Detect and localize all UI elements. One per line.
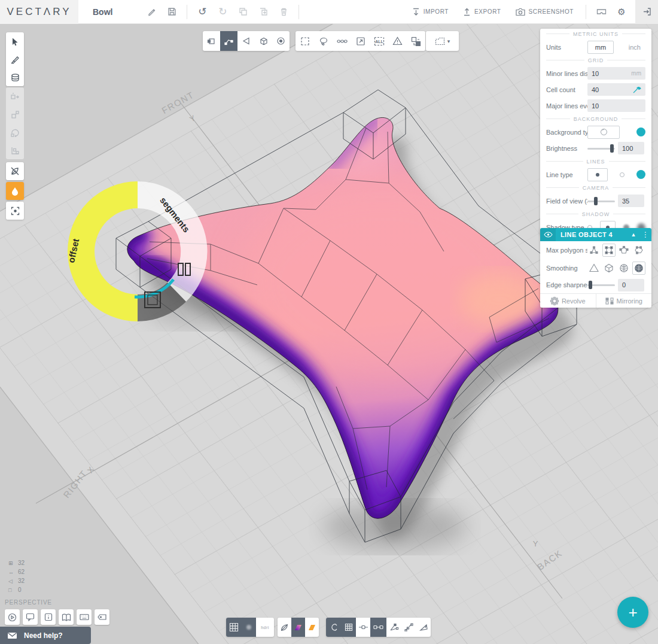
save-icon[interactable] [162,0,182,24]
edge-mode-button[interactable] [220,31,237,51]
snap-increment-button[interactable] [401,618,416,637]
line-type-dot-button[interactable] [587,168,608,181]
vertex-count: ⊞32 [8,558,25,567]
svg-text:ALL: ALL [375,40,383,44]
scene-browser-button[interactable]: ▾ [426,31,459,51]
vr-view-icon[interactable] [591,0,611,24]
collapse-icon[interactable]: ▲ [627,232,639,238]
perspective-label[interactable]: PERSPECTIVE [5,599,52,606]
y-axis-label-bottom: Y [533,539,538,548]
smoothing-low-button[interactable] [602,262,616,275]
visibility-eye-icon[interactable] [540,228,556,241]
snap-grid-button[interactable] [341,618,356,637]
copy-button[interactable] [233,0,253,24]
smoothing-medium-button[interactable] [617,262,630,275]
material-off-button[interactable] [6,162,24,180]
units-mm-button[interactable]: mm [587,41,614,54]
matcap-mode-button[interactable] [305,618,319,637]
soft-shadow-toggle-button[interactable] [241,618,256,637]
paste-button[interactable] [253,0,273,24]
logo-zone[interactable]: VECTΛRY [0,0,78,24]
settings-gear-icon[interactable]: ⚙ [611,0,632,24]
whats-new-button[interactable] [95,609,109,625]
marquee-select-button[interactable] [296,31,314,51]
redo-button[interactable]: ↻ [212,0,233,24]
background-type-button[interactable] [587,126,620,139]
add-object-fab[interactable]: + [617,597,648,628]
brightness-slider[interactable] [587,144,615,153]
wireframe-mode-button[interactable] [278,618,291,637]
document-title[interactable]: Bowl [93,7,112,17]
snap-angle-button[interactable] [386,618,401,637]
minor-lines-input[interactable]: 10mm [587,67,645,80]
select-all-button[interactable]: ALL [370,31,388,51]
selection-mode-toolbar [203,31,290,51]
screenshot-button[interactable]: SCREENSHOT [516,8,574,16]
shortcuts-button[interactable] [77,609,92,625]
fov-input[interactable]: 35 [618,195,644,207]
lasso-select-button[interactable] [314,31,333,51]
color-drop-tool-button[interactable] [6,182,24,200]
vectary-logo: VECTΛRY [7,6,71,18]
grid-header: GRID [546,55,645,65]
face-mode-button[interactable] [237,31,255,51]
sign-out-button[interactable] [635,0,658,24]
edge-sharpness-slider[interactable] [587,281,615,289]
hdri-toggle-button[interactable]: hdri [256,618,274,637]
scale-tool-button[interactable] [6,105,24,123]
fov-slider[interactable] [587,197,615,205]
align-tool-button[interactable] [6,141,24,159]
cell-count-input[interactable]: 40 [587,83,645,96]
major-lines-input[interactable]: 10 [587,99,645,112]
delete-button[interactable] [273,0,294,24]
line-color-swatch[interactable] [636,170,645,179]
grid-toggle-button[interactable] [226,618,241,637]
object-title: LINE OBJECT 4 [556,231,627,238]
object-mode-button[interactable] [255,31,272,51]
edge-loop-select-button[interactable] [333,31,351,51]
select-tool-button[interactable] [6,32,24,50]
edge-sharpness-input[interactable]: 0 [618,279,644,291]
rename-icon[interactable] [141,0,162,24]
feedback-button[interactable] [23,609,38,625]
grow-selection-button[interactable] [351,31,370,51]
undo-button[interactable]: ↺ [192,0,212,24]
units-inch-button[interactable]: inch [629,44,641,51]
polygon-quad-button[interactable] [602,244,616,257]
revolve-button[interactable]: Revolve [540,294,596,308]
polygon-hexa-button[interactable] [632,244,645,257]
translate-tool-button[interactable] [6,87,24,105]
background-color-swatch[interactable] [636,127,645,136]
snap-normal-button[interactable] [416,618,431,637]
transfer-selection-button[interactable] [407,31,425,51]
export-button[interactable]: EXPORT [463,8,501,16]
line-object-header[interactable]: LINE OBJECT 4 ▲ ⋮ [540,228,651,241]
polygon-penta-button[interactable] [617,244,630,257]
line-type-circle-button[interactable] [620,172,625,177]
documentation-button[interactable] [59,609,74,625]
snap-edge-button[interactable] [370,618,386,637]
vertex-mode-button[interactable] [203,31,220,51]
info-button[interactable] [41,609,56,625]
warning-button[interactable] [388,31,407,51]
brightness-input[interactable]: 100 [618,142,644,154]
polygon-tri-button[interactable] [587,244,601,257]
snap-magnet-button[interactable] [326,618,341,637]
draw-line-tool-button[interactable] [6,50,24,68]
sphere-mode-button[interactable] [272,31,290,51]
smoothing-high-button[interactable] [632,262,645,275]
gradient-material-mode-button[interactable] [291,618,305,637]
import-button[interactable]: IMPORT [412,8,449,16]
smoothing-none-button[interactable] [587,262,601,275]
divider [298,5,299,19]
mirroring-button[interactable]: Mirroring [596,294,652,308]
snap-vertex-button[interactable] [356,618,370,637]
object-menu-icon[interactable]: ⋮ [639,230,651,239]
zoom-to-fit-button[interactable] [6,202,24,220]
tutorials-button[interactable] [5,609,20,625]
main-tools [6,32,24,86]
mesh-stats: ⊞32 ↔62 ◁32 □0 [8,558,25,594]
rotate-tool-button[interactable] [6,123,24,141]
primitive-tool-button[interactable] [6,68,24,86]
need-help-bar[interactable]: Need help? [0,627,91,644]
